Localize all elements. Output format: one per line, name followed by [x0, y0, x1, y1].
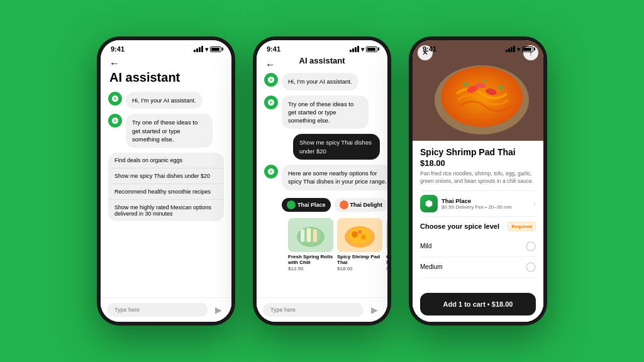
wifi-icon-3: ▾: [517, 46, 520, 53]
food-card-1[interactable]: Spicy Shrimp Pad Thai $18.00: [337, 218, 382, 272]
spice-header: Choose your spice level Required: [420, 222, 536, 231]
restaurant-sub: $0.99 Delivery Fee • 20–30 min: [441, 204, 512, 210]
battery-icon-2: [366, 47, 377, 52]
suggestion-4[interactable]: Show me highly rated Mexican options del…: [108, 200, 224, 221]
subtitle-bubble-2: Try one of these ideas to get started or…: [282, 96, 369, 129]
user-message-2: Show me spicy Thai dishes under $20: [293, 134, 380, 160]
chat-area-1: Hi, I'm your AI assistant. Try one of th…: [101, 87, 231, 297]
send-button-2[interactable]: ▶: [367, 303, 381, 317]
status-time-2: 9:41: [267, 45, 280, 53]
greeting-bubble-2: Hi, I'm your AI assistant.: [282, 73, 358, 90]
svg-point-10: [361, 234, 366, 239]
page-title-2: AI assistant: [299, 57, 345, 65]
status-time-1: 9:41: [111, 45, 125, 53]
svg-point-24: [464, 82, 468, 86]
spice-title: Choose your spice level: [420, 222, 499, 230]
restaurant-tab-0[interactable]: Thai Place: [282, 198, 331, 212]
food-card-0[interactable]: Fresh Spring Rolls with Chili $12.50: [288, 218, 333, 272]
ai-avatar-5: [264, 165, 278, 178]
ai-greeting-2: Hi, I'm your AI assistant.: [264, 73, 380, 90]
chevron-right-icon: ›: [533, 199, 536, 208]
food-image-0: [288, 218, 333, 252]
input-bar-1: ▶: [101, 297, 231, 322]
ai-subtitle-2: Try one of these ideas to get started or…: [264, 96, 380, 129]
svg-point-11: [358, 230, 362, 234]
battery-icon: [210, 47, 221, 52]
status-time-3: 9:41: [423, 45, 436, 53]
restaurant-link[interactable]: Thai Place $0.99 Delivery Fee • 20–30 mi…: [420, 190, 536, 217]
back-button-2[interactable]: ←: [265, 59, 275, 70]
suggestion-2[interactable]: Show me spicy Thai dishes under $20: [108, 168, 224, 184]
suggestion-3[interactable]: Recommend healthy smoothie recipes: [108, 184, 224, 200]
product-name: Spicy Shrimp Pad Thai: [420, 147, 536, 157]
ai-message-1: Hi, I'm your AI assistant.: [108, 92, 224, 109]
chat-input-2[interactable]: [263, 303, 364, 317]
svg-point-20: [441, 67, 523, 127]
food-image-1: [337, 218, 382, 252]
wifi-icon: ▾: [205, 46, 208, 53]
svg-point-8: [348, 228, 371, 244]
status-bar-1: 9:41 ▾: [101, 40, 231, 54]
rest-tab-label-0: Thai Place: [297, 202, 326, 208]
food-name-2: Green Papaya Salad: [386, 254, 387, 266]
food-price-1: $18.00: [337, 266, 382, 272]
svg-point-26: [484, 80, 486, 82]
page-title-1: AI assistant: [109, 70, 223, 84]
radio-medium[interactable]: [526, 262, 536, 272]
phone-2: 9:41 ▾ ← AI assistant Hi, I'm your AI as…: [253, 36, 391, 326]
food-image-2: [386, 218, 387, 252]
product-description: Pan fried rice noodles, shrimp, tofu, eg…: [420, 170, 536, 185]
food-card-2[interactable]: Green Papaya Salad $14.95: [386, 218, 387, 272]
spice-option-1[interactable]: Medium: [420, 257, 536, 278]
phone1-header: ← AI assistant: [101, 54, 231, 87]
back-button-1[interactable]: ←: [109, 58, 223, 69]
product-details: Spicy Shrimp Pad Thai $18.00 Pan fried r…: [413, 141, 543, 283]
send-button-1[interactable]: ▶: [211, 303, 225, 317]
phone-3: 9:41 ▾: [409, 36, 547, 326]
chat-area-2: Hi, I'm your AI assistant. Try one of th…: [257, 68, 387, 297]
spice-label-medium: Medium: [420, 263, 443, 270]
restaurant-tab-1[interactable]: Thai Delight: [335, 198, 387, 212]
svg-rect-4: [307, 228, 311, 242]
suggestion-1[interactable]: Find deals on organic eggs: [108, 153, 224, 168]
food-price-0: $12.50: [288, 266, 333, 272]
svg-rect-5: [313, 229, 317, 242]
restaurant-name: Thai Place: [441, 197, 512, 204]
restaurant-tabs: Thai Place Thai Delight: [282, 198, 387, 212]
greeting-bubble-1: Hi, I'm your AI assistant.: [126, 92, 203, 109]
ai-avatar-1: [108, 92, 122, 106]
restaurant-row-left: Thai Place $0.99 Delivery Fee • 20–30 mi…: [420, 195, 512, 212]
rest-dot-1: [340, 200, 348, 209]
spice-section: Choose your spice level Required Mild Me…: [420, 222, 536, 278]
suggestion-list-1: Find deals on organic eggs Show me spicy…: [108, 153, 224, 221]
phone2-header: ← AI assistant: [257, 54, 387, 68]
restaurant-info: Thai Place $0.99 Delivery Fee • 20–30 mi…: [441, 197, 512, 210]
spice-option-0[interactable]: Mild: [420, 236, 536, 257]
signal-icon-3: [506, 46, 515, 52]
required-badge: Required: [508, 222, 536, 231]
status-icons-2: ▾: [350, 46, 377, 53]
svg-point-9: [352, 231, 358, 238]
wifi-icon-2: ▾: [361, 46, 364, 53]
restaurant-logo: [420, 195, 438, 212]
chat-input-1[interactable]: [107, 303, 208, 317]
radio-mild[interactable]: [526, 241, 536, 251]
add-to-cart-button[interactable]: Add 1 to cart • $18.00: [420, 293, 536, 315]
signal-icon-2: [350, 46, 359, 52]
ai-message-subtitle-1: Try one of these ideas to get started or…: [108, 114, 224, 148]
rest-dot-0: [287, 200, 296, 209]
subtitle-bubble-1: Try one of these ideas to get started or…: [126, 114, 213, 148]
phone-1: 9:41 ▾ ← AI assistant: [97, 36, 235, 326]
spice-label-mild: Mild: [420, 243, 431, 250]
ai-avatar-2: [108, 114, 122, 128]
status-bar-3: 9:41 ▾: [413, 40, 543, 54]
signal-icon: [194, 46, 203, 52]
food-name-1: Spicy Shrimp Pad Thai: [337, 254, 382, 266]
svg-point-25: [499, 85, 502, 89]
status-bar-2: 9:41 ▾: [257, 40, 387, 54]
ai-avatar-4: [264, 96, 278, 109]
response-bubble-2: Here are some nearby options for spicy T…: [282, 165, 387, 190]
ai-avatar-3: [264, 73, 278, 87]
phone3-screen: ✕ ↑ Spicy Shrimp Pad Thai $18.00 Pan fri…: [413, 40, 543, 322]
add-cart-area: Add 1 to cart • $18.00: [413, 283, 543, 322]
